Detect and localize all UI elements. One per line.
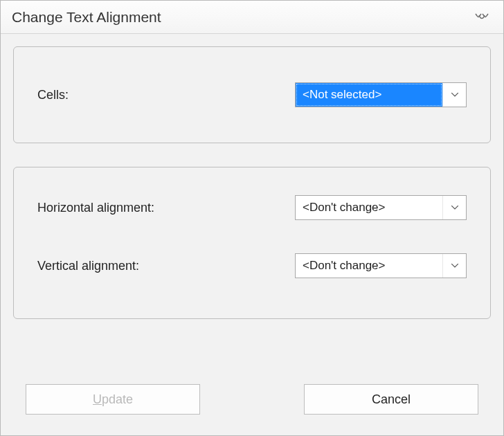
cancel-button[interactable]: Cancel — [304, 384, 478, 415]
cells-group: Cells: <Not selected> — [13, 46, 491, 143]
horizontal-alignment-arrow — [442, 196, 466, 219]
chevron-down-icon — [451, 206, 458, 210]
close-icon — [474, 12, 489, 22]
horizontal-alignment-row: Horizontal alignment: <Don't change> — [37, 195, 467, 220]
update-button-label: Update — [93, 392, 133, 407]
dialog-title: Change Text Alignment — [12, 9, 161, 26]
alignment-group: Horizontal alignment: <Don't change> Ver… — [13, 167, 491, 319]
cells-label: Cells: — [37, 88, 69, 102]
horizontal-alignment-value: <Don't change> — [296, 196, 442, 219]
cancel-button-label: Cancel — [372, 392, 411, 407]
vertical-alignment-value: <Don't change> — [296, 254, 442, 278]
vertical-alignment-label: Vertical alignment: — [37, 259, 139, 273]
cells-dropdown-value: <Not selected> — [296, 83, 442, 107]
close-button[interactable] — [470, 10, 494, 24]
vertical-alignment-row: Vertical alignment: <Don't change> — [37, 253, 467, 278]
horizontal-alignment-label: Horizontal alignment: — [37, 201, 154, 215]
chevron-down-icon — [451, 93, 458, 97]
horizontal-alignment-dropdown[interactable]: <Don't change> — [295, 195, 467, 220]
vertical-alignment-dropdown[interactable]: <Don't change> — [295, 253, 467, 278]
cells-row: Cells: <Not selected> — [37, 82, 467, 107]
dialog-client-area: Cells: <Not selected> Horizontal alignme… — [1, 34, 503, 435]
update-button[interactable]: Update — [26, 384, 200, 415]
dialog-window: Change Text Alignment Cells: <Not select… — [0, 0, 504, 436]
titlebar: Change Text Alignment — [1, 1, 503, 34]
cells-dropdown[interactable]: <Not selected> — [295, 82, 467, 107]
chevron-down-icon — [451, 264, 458, 268]
dialog-button-row: Update Cancel — [26, 384, 478, 415]
cells-dropdown-arrow — [442, 83, 466, 107]
vertical-alignment-arrow — [442, 254, 466, 278]
